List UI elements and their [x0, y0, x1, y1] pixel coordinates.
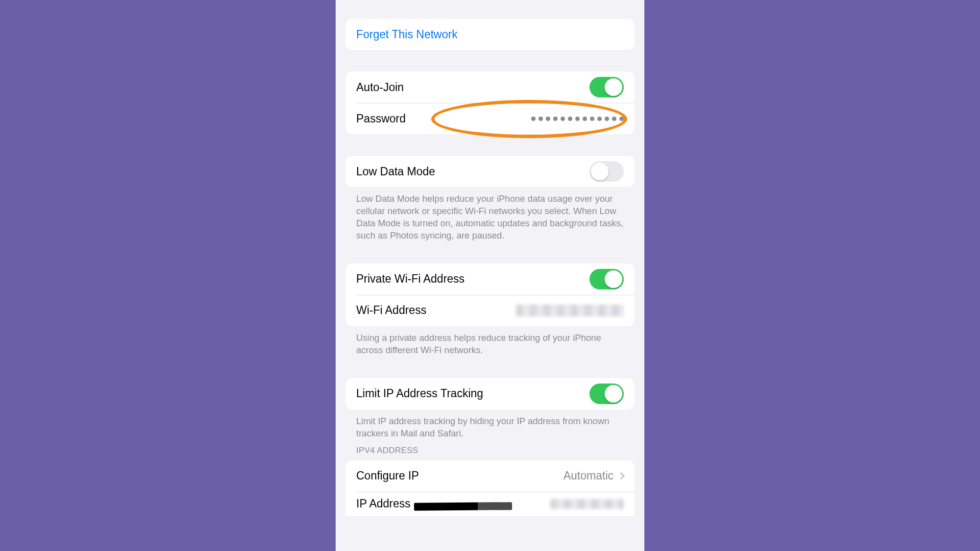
limit-ip-footer: Limit IP address tracking by hiding your…	[345, 415, 635, 440]
low-data-footer: Low Data Mode helps reduce your iPhone d…	[345, 193, 635, 242]
configure-ip-value: Automatic	[564, 469, 613, 482]
ip-address-value-redacted	[550, 499, 624, 509]
ip-address-label: IP Address	[356, 497, 411, 510]
auto-join-group: Auto-Join Password	[345, 72, 635, 134]
password-row[interactable]: Password	[345, 103, 635, 134]
configure-ip-right: Automatic	[564, 469, 624, 482]
ip-address-row: IP Address	[345, 492, 635, 516]
private-address-footer: Using a private address helps reduce tra…	[345, 332, 635, 357]
private-address-label: Private Wi-Fi Address	[356, 272, 465, 286]
configure-ip-row[interactable]: Configure IP Automatic	[345, 460, 635, 492]
password-label: Password	[356, 112, 406, 125]
low-data-label: Low Data Mode	[356, 165, 435, 178]
password-masked-value	[531, 117, 624, 121]
private-address-group: Private Wi-Fi Address Wi-Fi Address	[345, 264, 635, 326]
ipv4-group: Configure IP Automatic IP Address	[345, 460, 635, 516]
forget-network-label: Forget This Network	[356, 28, 458, 41]
forget-network-button[interactable]: Forget This Network	[345, 19, 635, 50]
limit-ip-toggle[interactable]	[589, 383, 624, 404]
low-data-row: Low Data Mode	[345, 156, 635, 187]
auto-join-label: Auto-Join	[356, 81, 404, 94]
annotation-redaction-bar	[414, 502, 512, 511]
wifi-address-row: Wi-Fi Address	[345, 295, 635, 326]
private-address-toggle[interactable]	[589, 269, 624, 289]
forget-network-group: Forget This Network	[345, 19, 635, 50]
private-address-row: Private Wi-Fi Address	[345, 264, 635, 295]
auto-join-toggle[interactable]	[589, 77, 624, 97]
ipv4-section-header: IPV4 Address	[345, 446, 635, 455]
wifi-address-value-redacted	[516, 305, 624, 316]
wifi-address-label: Wi-Fi Address	[356, 304, 426, 317]
auto-join-row: Auto-Join	[345, 72, 635, 103]
low-data-group: Low Data Mode	[345, 156, 635, 187]
chevron-right-icon	[617, 472, 625, 480]
settings-panel: Forget This Network Auto-Join Password L…	[336, 0, 644, 551]
configure-ip-label: Configure IP	[356, 469, 419, 482]
limit-ip-label: Limit IP Address Tracking	[356, 387, 483, 400]
limit-ip-group: Limit IP Address Tracking	[345, 378, 635, 409]
low-data-toggle[interactable]	[589, 161, 624, 182]
limit-ip-row: Limit IP Address Tracking	[345, 378, 635, 409]
